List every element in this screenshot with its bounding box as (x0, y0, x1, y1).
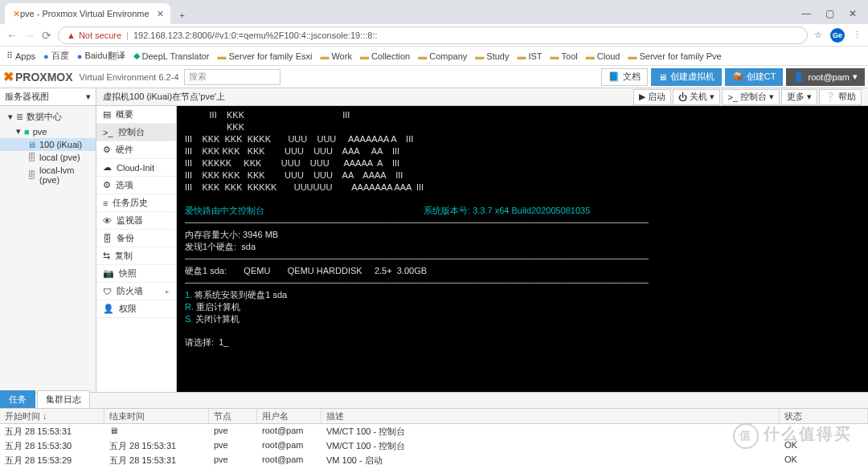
col-node[interactable]: 节点 (209, 409, 257, 423)
task-row[interactable]: 五月 28 15:53:29五月 28 15:53:31pveroot@pamV… (0, 453, 868, 467)
browser-tab-strip: ✕ pve - Proxmox Virtual Environme ✕ + — … (0, 0, 868, 24)
menu-item-0[interactable]: ▤概要 (96, 106, 176, 124)
menu-item-4[interactable]: ⚙选项 (96, 177, 176, 194)
menu-icon: ≡ (103, 198, 108, 208)
star-icon[interactable]: ☆ (814, 30, 822, 40)
start-button[interactable]: ▶ 启动 (633, 89, 671, 105)
tree-vm-100[interactable]: 🖥 100 (iKuai) (0, 138, 96, 151)
col-start[interactable]: 开始时间 ↓ (0, 409, 104, 423)
menu-item-6[interactable]: 👁监视器 (96, 212, 176, 230)
bookmark-folder[interactable]: ▬Study (475, 51, 509, 61)
menu-icon: ▤ (103, 109, 111, 120)
menu-icon[interactable]: ⋮ (853, 30, 862, 40)
menu-icon: 👤 (103, 304, 114, 314)
address-bar: ← → ⟳ ▲ Not secure | 192.168.123.2:8006/… (0, 24, 868, 47)
menu-icon: 🛡 (103, 287, 112, 296)
url-input[interactable]: ▲ Not secure | 192.168.123.2:8006/#v1:0:… (58, 27, 808, 44)
new-tab-button[interactable]: + (174, 6, 191, 24)
log-tabs: 任务 集群日志 (0, 392, 868, 408)
bookmark-item[interactable]: ●Baidu翻译 (77, 50, 125, 62)
menu-item-7[interactable]: 🗄备份 (96, 230, 176, 247)
col-status[interactable]: 状态 (780, 409, 868, 423)
bookmark-folder[interactable]: ▬Work (320, 51, 351, 61)
logo-icon: ✖ (3, 69, 14, 84)
doc-button[interactable]: 📘 文档 (601, 68, 648, 86)
tree-storage-local[interactable]: 🗄 local (pve) (0, 151, 96, 164)
view-selector[interactable]: 服务器视图▾ (0, 88, 96, 106)
search-input[interactable]: 搜索 (184, 69, 280, 85)
col-user[interactable]: 用户名 (257, 409, 321, 423)
menu-item-2[interactable]: ⚙硬件 (96, 141, 176, 159)
vm-console[interactable]: III KKK III KKK III KKK KKK KKKK UUU UUU… (177, 106, 868, 392)
running-icon: 🖥 (109, 426, 118, 435)
menu-item-9[interactable]: 📷快照 (96, 265, 176, 283)
col-end[interactable]: 结束时间 (104, 409, 209, 423)
tab-tasks[interactable]: 任务 (0, 390, 35, 408)
url-text: 192.168.123.2:8006/#v1:0:=qemu%2F100:4::… (133, 31, 378, 40)
close-tab-icon[interactable]: ✕ (157, 9, 164, 19)
back-button[interactable]: ← (6, 29, 18, 42)
bookmarks-bar: ⠿ Apps ●百度 ●Baidu翻译 ◆DeepL Translator ▬S… (0, 47, 868, 66)
tab-cluster-log[interactable]: 集群日志 (37, 390, 90, 408)
bookmark-folder[interactable]: ▬Company (418, 51, 467, 61)
menu-icon: 🗄 (103, 234, 112, 243)
menu-item-3[interactable]: ☁Cloud-Init (96, 159, 176, 177)
breadcrumb: 虚拟机100 (iKuai)在节点'pve'上 (103, 91, 225, 103)
bookmark-folder[interactable]: ▬IST (517, 51, 542, 61)
menu-item-1[interactable]: >_控制台 (96, 124, 176, 141)
menu-icon: ☁ (103, 162, 112, 173)
profile-avatar[interactable]: Ge (830, 28, 845, 43)
tab-favicon: ✕ (13, 9, 20, 19)
forward-button[interactable]: → (24, 29, 35, 42)
menu-item-11[interactable]: 👤权限 (96, 300, 176, 318)
menu-icon: 👁 (103, 216, 112, 226)
window-close-icon[interactable]: ✕ (849, 8, 857, 19)
help-button[interactable]: ❔ 帮助 (819, 89, 862, 105)
version-label: Virtual Environment 6.2-4 (80, 72, 179, 82)
bookmark-folder[interactable]: ▬Server for family Esxi (218, 51, 313, 61)
tree-storage-local-lvm[interactable]: 🗄 local-lvm (pve) (0, 164, 96, 186)
shutdown-button[interactable]: ⏻ 关机 ▾ (673, 89, 720, 105)
menu-icon: >_ (103, 128, 113, 137)
menu-icon: ⚙ (103, 145, 111, 155)
window-minimize-icon[interactable]: — (801, 8, 811, 19)
app-header: ✖ PROXMOX Virtual Environment 6.2-4 搜索 📘… (0, 66, 868, 88)
bookmark-folder[interactable]: ▬Collection (360, 51, 410, 61)
chevron-down-icon[interactable]: ▾ (86, 92, 91, 102)
menu-item-8[interactable]: ⇆复制 (96, 247, 176, 265)
task-row[interactable]: 五月 28 15:53:30五月 28 15:53:31pveroot@pamV… (0, 438, 868, 453)
tree-node[interactable]: ▾ ■ pve (0, 124, 96, 138)
bookmark-folder[interactable]: ▬Server for family Pve (628, 51, 722, 61)
bookmark-folder[interactable]: ▬Tool (551, 51, 578, 61)
tab-title: pve - Proxmox Virtual Environme (20, 9, 149, 18)
menu-icon: ⇆ (103, 251, 110, 261)
menu-icon: ⚙ (103, 180, 111, 190)
create-ct-button[interactable]: 📦 创建CT (725, 68, 784, 86)
user-menu[interactable]: 👤 root@pam ▾ (786, 68, 865, 86)
menu-icon: 📷 (103, 268, 114, 279)
task-table-header: 开始时间 ↓ 结束时间 节点 用户名 描述 状态 (0, 408, 868, 424)
bookmark-item[interactable]: ◆DeepL Translator (133, 51, 210, 61)
window-maximize-icon[interactable]: ▢ (825, 8, 834, 19)
more-button[interactable]: 更多 ▾ (781, 89, 817, 105)
server-tree-panel: 服务器视图▾ ▾ ≣ 数据中心 ▾ ■ pve 🖥 100 (iKuai) 🗄 … (0, 88, 96, 392)
browser-tab[interactable]: ✕ pve - Proxmox Virtual Environme ✕ (5, 3, 170, 24)
reload-button[interactable]: ⟳ (42, 29, 51, 42)
console-button[interactable]: >_ 控制台 ▾ (722, 89, 780, 105)
create-vm-button[interactable]: 🖥 创建虚拟机 (651, 68, 722, 86)
task-row[interactable]: 五月 28 15:53:31🖥pveroot@pamVM/CT 100 - 控制… (0, 424, 868, 438)
menu-item-5[interactable]: ≡任务历史 (96, 194, 176, 212)
not-secure-badge[interactable]: ▲ Not secure (67, 31, 121, 40)
col-desc[interactable]: 描述 (321, 409, 780, 423)
bookmark-item[interactable]: ●百度 (43, 50, 69, 62)
apps-button[interactable]: ⠿ Apps (6, 51, 35, 61)
logo: ✖ PROXMOX Virtual Environment 6.2-4 (3, 69, 179, 84)
tree-datacenter[interactable]: ▾ ≣ 数据中心 (0, 109, 96, 124)
vm-menu: ▤概要>_控制台⚙硬件☁Cloud-Init⚙选项≡任务历史👁监视器🗄备份⇆复制… (96, 106, 177, 392)
bookmark-folder[interactable]: ▬Cloud (586, 51, 620, 61)
menu-item-10[interactable]: 🛡防火墙▸ (96, 283, 176, 300)
